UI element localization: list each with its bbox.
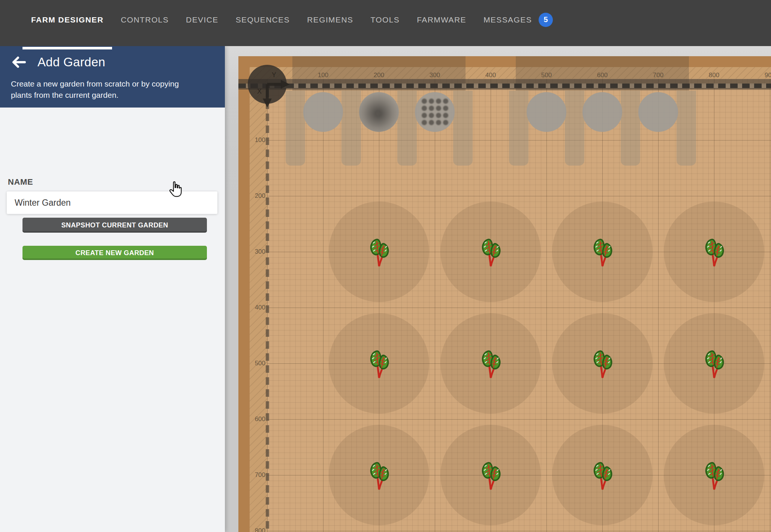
plant-chard[interactable] <box>368 238 390 267</box>
y-axis-letter: Y <box>272 71 276 79</box>
seed-bin-dot <box>422 120 427 125</box>
seed-bin-dot <box>436 99 441 104</box>
x-axis-tick-label: 800 <box>703 72 725 79</box>
seed-bin-dot <box>429 106 434 111</box>
tool[interactable] <box>359 92 399 132</box>
y-axis-arrow <box>267 83 281 86</box>
seed-bin-dot <box>429 99 434 104</box>
plant-chard[interactable] <box>368 350 390 379</box>
seed-bin-dot <box>443 120 448 125</box>
messages-count-badge[interactable]: 5 <box>539 13 553 27</box>
nav-item-label: REGIMENS <box>307 15 353 24</box>
nav-item-label: TOOLS <box>370 15 400 24</box>
toolbay-slot <box>565 91 584 166</box>
plant-chard[interactable] <box>368 461 390 490</box>
page-title: Add Garden <box>37 55 105 69</box>
toolbay-slot <box>341 91 361 166</box>
toolbay-slot <box>509 91 528 166</box>
tool[interactable] <box>527 92 566 132</box>
name-field-label: NAME <box>8 177 33 187</box>
nav-items: FARM DESIGNERCONTROLSDEVICESEQUENCESREGI… <box>22 0 561 46</box>
x-axis-tick-label: 300 <box>424 72 446 79</box>
seed-tray-tool[interactable] <box>415 92 455 132</box>
tool[interactable] <box>638 92 678 132</box>
seed-bin-dot <box>436 106 441 111</box>
x-axis-tick-label: 400 <box>479 72 502 79</box>
x-axis-track-dashes <box>266 90 269 532</box>
x-axis-tick-label: 600 <box>591 72 614 79</box>
toolbay-slot <box>677 91 696 166</box>
farmbot-app: FARM DESIGNERCONTROLSDEVICESEQUENCESREGI… <box>0 0 771 532</box>
x-axis-arrow <box>266 84 269 99</box>
garden-map[interactable]: 1002003004005006007008009001002003004005… <box>225 46 771 532</box>
y-axis-tick-label: 300 <box>243 248 265 256</box>
plant-chard[interactable] <box>703 461 725 490</box>
nav-item-label: DEVICE <box>186 15 219 24</box>
nav-item-farmware[interactable]: FARMWARE <box>408 0 475 49</box>
x-axis-tick-label: 500 <box>535 72 558 79</box>
plant-chard[interactable] <box>703 350 725 379</box>
seed-bin-dot <box>443 99 448 104</box>
nav-item-messages[interactable]: MESSAGES5 <box>475 0 561 49</box>
plant-chard[interactable] <box>480 461 502 490</box>
nav-item-device[interactable]: DEVICE <box>177 0 227 49</box>
top-nav: FARM DESIGNERCONTROLSDEVICESEQUENCESREGI… <box>0 0 771 46</box>
plant-chard[interactable] <box>591 238 613 267</box>
plant-chard[interactable] <box>591 350 613 379</box>
nav-item-label: SEQUENCES <box>236 15 290 24</box>
y-axis-tick-label: 700 <box>243 471 265 479</box>
y-axis-tick-label: 800 <box>243 527 265 532</box>
add-garden-panel: Add Garden Create a new garden from scra… <box>0 46 225 532</box>
nav-item-regimens[interactable]: REGIMENS <box>298 0 362 49</box>
plant-chard[interactable] <box>591 461 613 490</box>
seed-bin-dot <box>422 113 427 118</box>
panel-header: Add Garden Create a new garden from scra… <box>0 46 225 108</box>
x-axis-letter: X <box>257 88 262 96</box>
x-axis-tick-label: 900 <box>759 72 771 79</box>
back-arrow-icon[interactable] <box>11 55 26 69</box>
seed-bin-dot <box>422 99 427 104</box>
x-axis-arrowhead-icon <box>263 99 272 108</box>
seed-bin-dot <box>429 120 434 125</box>
seed-bin-dot <box>436 113 441 118</box>
create-new-garden-button[interactable]: CREATE NEW GARDEN <box>22 246 207 260</box>
gantry-track <box>238 79 771 90</box>
plant-chard[interactable] <box>480 238 502 267</box>
seed-bin-dot <box>443 106 448 111</box>
tool[interactable] <box>303 92 343 132</box>
plant-chard[interactable] <box>703 238 725 267</box>
plant-chard[interactable] <box>480 350 502 379</box>
garden-name-input[interactable] <box>7 191 217 214</box>
y-axis-tick-label: 100 <box>243 136 265 144</box>
panel-description: Create a new garden from scratch or by c… <box>11 78 190 101</box>
snapshot-current-garden-button[interactable]: SNAPSHOT CURRENT GARDEN <box>22 218 207 233</box>
gantry-track-dashes <box>238 84 771 88</box>
nav-item-label: FARM DESIGNER <box>31 15 103 24</box>
nav-item-farm-designer[interactable]: FARM DESIGNER <box>22 0 112 49</box>
toolbay-slot <box>453 91 473 166</box>
nav-item-label: MESSAGES <box>484 15 532 24</box>
toolbay-slot <box>286 91 305 166</box>
nav-item-sequences[interactable]: SEQUENCES <box>227 0 298 49</box>
seed-bin-dot <box>422 106 427 111</box>
nav-item-tools[interactable]: TOOLS <box>362 0 408 49</box>
seed-bin-dot <box>436 120 441 125</box>
garden-bed: 1002003004005006007008009001002003004005… <box>238 56 771 532</box>
y-axis-tick-label: 600 <box>243 415 265 423</box>
y-axis-tick-label: 500 <box>243 360 265 367</box>
nav-item-label: FARMWARE <box>417 15 466 24</box>
toolbay-slot <box>621 91 640 166</box>
x-axis-tick-label: 700 <box>647 72 669 79</box>
y-axis-arrowhead-icon <box>281 80 290 89</box>
y-axis-tick-label: 400 <box>243 304 265 311</box>
nav-item-controls[interactable]: CONTROLS <box>112 0 177 49</box>
y-axis-tick-label: 200 <box>243 192 265 200</box>
x-axis-tick-label: 200 <box>368 72 390 79</box>
nav-item-label: CONTROLS <box>121 15 169 24</box>
seed-bin-dot <box>443 113 448 118</box>
toolbay-slot <box>397 91 417 166</box>
tool[interactable] <box>582 92 622 132</box>
seed-bin-dot <box>429 113 434 118</box>
x-axis-tick-label: 100 <box>312 72 334 79</box>
